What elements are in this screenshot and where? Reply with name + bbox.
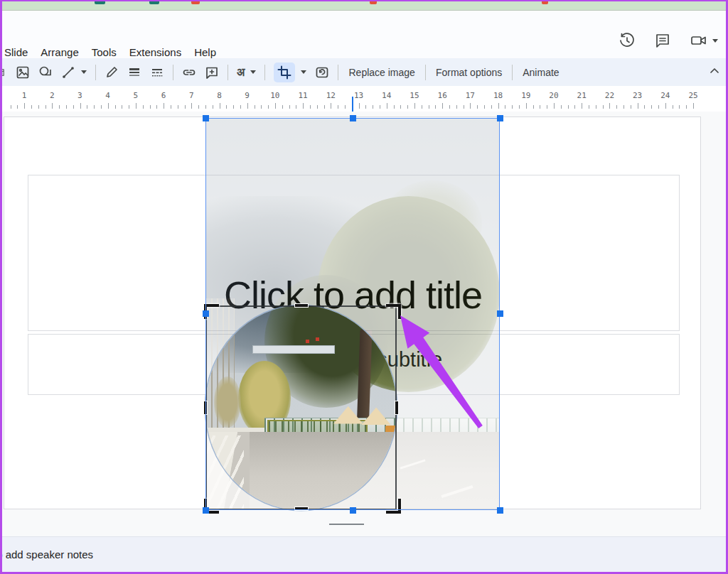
mask-image-caret-icon[interactable] <box>301 70 306 74</box>
ruler-tick <box>38 105 39 109</box>
ruler-number: 8 <box>217 91 222 100</box>
selection-handle-right[interactable] <box>497 310 503 317</box>
menu-slide[interactable]: Slide <box>4 46 28 58</box>
ruler-tick <box>407 105 408 109</box>
ruler-number: 14 <box>382 91 391 100</box>
ruler-tick <box>59 105 60 109</box>
ruler-tick <box>394 105 395 109</box>
ruler-tick <box>609 103 610 109</box>
replace-image-button[interactable]: Replace image <box>347 67 416 78</box>
ruler-tick <box>31 105 32 109</box>
selection-handle-bottom-left[interactable] <box>203 507 209 514</box>
menu-help[interactable]: Help <box>194 46 216 58</box>
ruler-tick <box>429 105 429 109</box>
ruler-tick <box>136 103 136 109</box>
ruler-tick <box>185 105 186 109</box>
ruler-number: 2 <box>50 91 55 100</box>
ruler-tick <box>365 105 366 109</box>
ruler-tick <box>191 103 192 109</box>
animate-button[interactable]: Animate <box>521 67 560 78</box>
ruler-tick <box>255 105 255 109</box>
crop-image-button-active[interactable] <box>274 63 295 82</box>
speaker-notes-bar[interactable]: to add speaker notes <box>0 536 728 573</box>
ruler-tick <box>101 105 102 109</box>
ruler-tick <box>442 103 443 109</box>
comments-icon[interactable] <box>654 32 671 49</box>
reset-image-icon[interactable] <box>315 65 329 80</box>
selection-handle-left[interactable] <box>203 310 209 317</box>
ruler-tick <box>156 105 157 109</box>
ruler-number: 13 <box>354 91 363 100</box>
ruler-tick <box>519 105 520 109</box>
ruler-tick <box>115 105 116 109</box>
ruler-tick <box>477 105 478 109</box>
menu-arrange[interactable]: Arrange <box>41 46 78 58</box>
ruler-tick <box>338 105 338 109</box>
annotation-border <box>0 0 728 1</box>
input-tools-icon[interactable]: अ <box>237 67 245 78</box>
notes-resize-handle[interactable] <box>329 524 364 525</box>
ruler-tick <box>679 105 680 109</box>
line-menu-caret-icon[interactable] <box>81 70 87 74</box>
ruler-number: 12 <box>326 91 336 100</box>
ruler-tick <box>46 105 46 109</box>
tab-speck <box>370 1 377 4</box>
ruler-tick <box>589 105 589 109</box>
slides-window: Slide Arrange Tools Extensions Help <box>0 0 728 574</box>
ruler-tick <box>373 105 373 109</box>
ruler-tick <box>449 105 450 109</box>
border-dash-icon[interactable] <box>150 65 164 80</box>
tab-speck <box>191 1 200 4</box>
ruler-number: 16 <box>438 91 447 100</box>
ruler-tick <box>526 103 527 109</box>
input-tools-caret-icon[interactable] <box>250 70 256 74</box>
ruler-tick <box>178 105 178 109</box>
add-comment-icon[interactable] <box>205 65 219 80</box>
ruler-tick <box>638 103 638 109</box>
ruler-tick <box>693 103 694 109</box>
selection-handle-bottom[interactable] <box>350 507 356 514</box>
ruler-tick <box>108 103 109 109</box>
selection-handle-top-right[interactable] <box>497 115 503 121</box>
menu-extensions[interactable]: Extensions <box>129 46 181 58</box>
meet-camera-icon[interactable] <box>690 32 718 49</box>
ruler-tick <box>686 105 687 109</box>
ruler-tick <box>387 103 387 109</box>
ruler-number: 23 <box>633 91 642 100</box>
ruler-number: 9 <box>245 91 250 100</box>
ruler-tick <box>400 105 401 109</box>
insert-image-icon[interactable] <box>16 65 30 80</box>
insert-line-icon[interactable] <box>61 65 75 80</box>
ruler-tick <box>603 105 604 109</box>
selection-handle-bottom-right[interactable] <box>497 507 503 514</box>
slide-canvas[interactable]: Click to add title Click to add subtitle <box>0 112 728 536</box>
ruler-number: 21 <box>577 91 587 100</box>
border-weight-icon[interactable] <box>127 65 141 80</box>
ruler-number: 4 <box>105 91 110 100</box>
format-options-button[interactable]: Format options <box>434 67 503 78</box>
hide-menus-icon[interactable] <box>710 67 719 77</box>
speaker-notes-placeholder[interactable]: to add speaker notes <box>0 548 93 561</box>
toolbar-divider <box>228 65 228 80</box>
selection-handle-top-left[interactable] <box>203 115 209 121</box>
ruler-number: 3 <box>77 91 82 100</box>
ruler-tick <box>512 105 513 109</box>
menu-tools[interactable]: Tools <box>92 46 117 58</box>
ruler-tick <box>324 105 325 109</box>
ruler-tick <box>554 103 555 109</box>
ruler-tick <box>644 105 645 109</box>
ruler-tick <box>616 105 617 109</box>
border-color-icon[interactable] <box>105 65 119 80</box>
menu-bar: Slide Arrange Tools Extensions Help <box>0 11 728 58</box>
version-history-icon[interactable] <box>619 32 636 49</box>
chevron-down-icon[interactable] <box>712 39 718 43</box>
ruler-tick <box>275 103 276 109</box>
ruler-tick <box>282 105 283 109</box>
insert-link-icon[interactable] <box>182 65 196 80</box>
ruler-number: 24 <box>660 91 670 100</box>
insert-shape-icon[interactable] <box>38 65 53 80</box>
annotation-border <box>0 0 2 574</box>
selection-handle-top[interactable] <box>350 115 356 121</box>
ruler-tick <box>198 105 199 109</box>
ruler-tick <box>11 105 11 109</box>
